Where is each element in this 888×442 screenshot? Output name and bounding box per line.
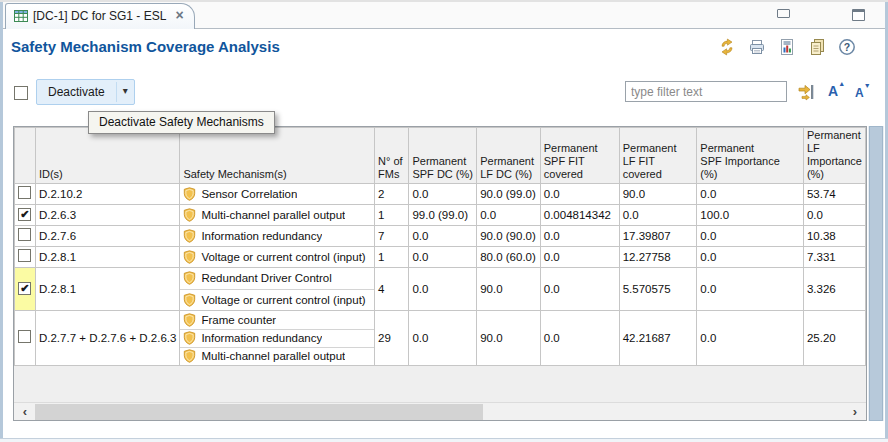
cell-value: 0.0 [697, 183, 804, 204]
cell-value: 90.0 [477, 267, 541, 310]
font-increase-button[interactable]: A▲ [828, 83, 845, 99]
editor-tab[interactable]: [DC-1] DC for SG1 - ESL × [5, 3, 195, 29]
cell-ids: D.2.8.1 [35, 246, 179, 267]
table-row[interactable]: D.2.8.1 Voltage or current control (inpu… [15, 246, 866, 267]
vertical-scrollbar-thumb[interactable] [869, 126, 883, 421]
header-toolbar: ? [717, 37, 857, 57]
mechanism-label: Information redundancy [201, 230, 322, 242]
maximize-button[interactable] [852, 9, 865, 21]
cell-value: 2 [375, 183, 409, 204]
svg-text:?: ? [844, 41, 850, 53]
column-header[interactable]: Permanent LF FIT covered [619, 128, 697, 184]
row-checkbox-cell[interactable]: ✔ [15, 204, 36, 225]
table-row[interactable]: D.2.7.7 + D.2.7.6 + D.2.6.3 Frame counte… [15, 310, 866, 365]
cell-value: 100.0 [697, 204, 804, 225]
table-row[interactable]: D.2.7.6 Information redundancy70.090.0 (… [15, 225, 866, 246]
report-icon[interactable] [777, 37, 797, 57]
scroll-right-arrow-icon[interactable]: › [846, 404, 864, 420]
cell-value: 12.27758 [619, 246, 697, 267]
cell-value: 53.74 [803, 183, 865, 204]
scroll-left-arrow-icon[interactable]: ‹ [16, 404, 34, 420]
cell-value: 0.0 [697, 225, 804, 246]
cell-ids: D.2.7.7 + D.2.7.6 + D.2.6.3 [35, 310, 179, 365]
column-header-checkbox[interactable] [15, 128, 36, 184]
application-window: [DC-1] DC for SG1 - ESL × Safety Mechani… [0, 0, 888, 442]
column-header[interactable]: Safety Mechanism(s) [180, 128, 375, 184]
jump-to-filter-icon[interactable] [797, 83, 817, 101]
column-header[interactable]: Permanent LF DC (%) [477, 128, 541, 184]
deactivate-label: Deactivate [37, 80, 116, 104]
cell-value: 0.0 [697, 246, 804, 267]
mechanism-label: Frame counter [201, 314, 276, 326]
cell-mechanisms: Multi-channel parallel output [180, 204, 375, 225]
cell-value: 99.0 (99.0) [409, 204, 477, 225]
table-row[interactable]: ✔D.2.8.1 Redundant Driver Control Voltag… [15, 267, 866, 310]
row-checkbox[interactable]: ✔ [18, 208, 31, 221]
column-header[interactable]: Permanent SPF DC (%) [409, 128, 477, 184]
cell-value: 90.0 [619, 183, 697, 204]
filter-input[interactable] [625, 81, 787, 102]
table-row[interactable]: D.2.10.2 Sensor Correlation20.090.0 (99.… [15, 183, 866, 204]
window-frame-bottom [0, 438, 888, 442]
cell-mechanisms: Voltage or current control (input) [180, 246, 375, 267]
cell-value: 10.38 [803, 225, 865, 246]
cell-value: 25.20 [803, 310, 865, 365]
window-frame-left [0, 0, 3, 442]
tab-title: [DC-1] DC for SG1 - ESL [33, 9, 166, 23]
cell-ids: D.2.6.3 [35, 204, 179, 225]
row-checkbox[interactable] [18, 249, 31, 262]
cell-value: 7 [375, 225, 409, 246]
shield-icon [183, 229, 196, 243]
row-checkbox-cell[interactable] [15, 225, 36, 246]
cell-value: 0.0 [540, 225, 619, 246]
cell-value: 17.39807 [619, 225, 697, 246]
view-header: Safety Mechanism Coverage Analysis [3, 29, 885, 63]
row-checkbox[interactable] [18, 186, 31, 199]
column-header[interactable]: N° of FMs [375, 128, 409, 184]
font-decrease-button[interactable]: A▼ [855, 86, 871, 100]
horizontal-scrollbar[interactable]: ‹ › [14, 402, 866, 420]
close-icon[interactable]: × [175, 9, 183, 21]
shield-icon [183, 271, 196, 285]
mechanism-label: Information redundancy [201, 332, 322, 344]
cell-value: 0.0 [477, 204, 541, 225]
column-header[interactable]: Permanent LF Importance (%) [803, 128, 865, 184]
coverage-table: ID(s)Safety Mechanism(s)N° of FMsPermane… [14, 127, 866, 366]
row-checkbox[interactable]: ✔ [18, 282, 31, 295]
column-header[interactable]: Permanent SPF Importance (%) [697, 128, 804, 184]
cell-value: 1 [375, 246, 409, 267]
deactivate-button[interactable]: Deactivate ▾ [36, 79, 135, 105]
cell-value: 0.004814342 [540, 204, 619, 225]
cell-value: 29 [375, 310, 409, 365]
row-checkbox-cell[interactable] [15, 183, 36, 204]
row-checkbox-cell[interactable]: ✔ [15, 267, 36, 310]
refresh-icon[interactable] [717, 37, 737, 57]
select-all-checkbox[interactable] [14, 86, 28, 100]
row-checkbox-cell[interactable] [15, 246, 36, 267]
vertical-scrollbar[interactable] [868, 126, 884, 421]
column-header[interactable]: Permanent SPF FIT covered [540, 128, 619, 184]
column-header[interactable]: ID(s) [35, 128, 179, 184]
table-row[interactable]: ✔D.2.6.3 Multi-channel parallel output19… [15, 204, 866, 225]
cell-value: 80.0 (60.0) [477, 246, 541, 267]
cell-value: 7.331 [803, 246, 865, 267]
cell-value: 0.0 [409, 246, 477, 267]
cell-value: 0.0 [697, 310, 804, 365]
dropdown-arrow-icon[interactable]: ▾ [117, 80, 134, 104]
row-checkbox-cell[interactable] [15, 310, 36, 365]
cell-value: 0.0 [409, 310, 477, 365]
print-icon[interactable] [747, 37, 767, 57]
editor-tabstrip: [DC-1] DC for SG1 - ESL × [3, 2, 885, 29]
minimize-button[interactable] [777, 9, 790, 18]
cell-value: 0.0 [409, 225, 477, 246]
cell-mechanisms: Frame counter Information redundancy Mul… [180, 310, 375, 365]
row-checkbox[interactable] [18, 330, 31, 343]
cell-value: 42.21687 [619, 310, 697, 365]
row-checkbox[interactable] [18, 228, 31, 241]
mechanism-label: Sensor Correlation [201, 188, 297, 200]
copy-icon[interactable] [807, 37, 827, 57]
shield-icon [183, 187, 196, 201]
cell-ids: D.2.10.2 [35, 183, 179, 204]
help-icon[interactable]: ? [837, 37, 857, 57]
horizontal-scrollbar-thumb[interactable] [35, 404, 483, 420]
